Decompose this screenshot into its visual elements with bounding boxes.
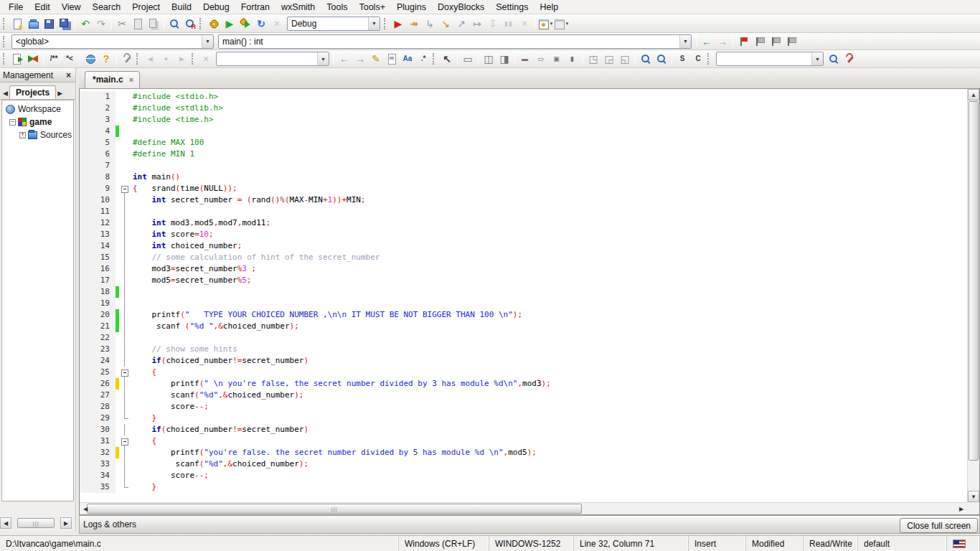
- wxsmith-border-left-button[interactable]: ▣: [549, 52, 565, 67]
- run-to-cursor-button[interactable]: ↠: [406, 16, 422, 31]
- menu-tools-[interactable]: Tools+: [353, 1, 390, 14]
- menu-search[interactable]: Search: [87, 1, 127, 14]
- wxsmith-resource-button[interactable]: ◨: [496, 52, 512, 67]
- dropdown-arrow-icon[interactable]: ▼: [679, 35, 691, 48]
- paste-button[interactable]: [146, 16, 161, 31]
- tree-item-sources[interactable]: + Sources: [2, 128, 73, 141]
- next-line-button[interactable]: ↳: [422, 16, 438, 31]
- scroll-left-icon[interactable]: ◀: [80, 503, 91, 514]
- rebuild-button[interactable]: ↻: [253, 16, 269, 31]
- tab-scroll-left-icon[interactable]: ◀: [1, 90, 9, 99]
- debugging-windows-button[interactable]: ▾: [537, 16, 553, 31]
- dropdown-arrow-icon[interactable]: ▾: [550, 21, 553, 27]
- tree-item-game[interactable]: − game: [2, 116, 73, 128]
- new-file-button[interactable]: [9, 16, 25, 31]
- thread-search-options-button[interactable]: [842, 52, 857, 67]
- menu-edit[interactable]: Edit: [29, 1, 56, 14]
- tab-scroll-right-icon[interactable]: ▶: [56, 90, 64, 99]
- replace-button[interactable]: [182, 16, 198, 31]
- various-info-button[interactable]: ▾: [553, 16, 569, 31]
- menu-view[interactable]: View: [56, 1, 87, 14]
- zoom-in-button[interactable]: [638, 52, 654, 67]
- close-tab-icon[interactable]: ×: [129, 75, 133, 84]
- next-instruction-button[interactable]: ↦: [469, 16, 485, 31]
- scroll-down-icon[interactable]: ▼: [968, 491, 979, 502]
- dropdown-arrow-icon[interactable]: ▾: [566, 21, 569, 27]
- menu-debug[interactable]: Debug: [197, 1, 235, 14]
- menu-file[interactable]: File: [3, 1, 29, 14]
- redo-button[interactable]: ↷: [93, 16, 109, 31]
- code-editor[interactable]: 1#include <stdio.h>2#include <stdlib.h>3…: [79, 89, 980, 515]
- find-button[interactable]: [166, 16, 182, 31]
- incsearch-next-button[interactable]: →: [352, 52, 368, 67]
- doxy-extract-button[interactable]: [9, 52, 25, 67]
- menu-doxyblocks[interactable]: DoxyBlocks: [432, 1, 490, 14]
- wxsmith-border-right-button[interactable]: ▮: [565, 52, 580, 67]
- doxy-line-comment-button[interactable]: *<: [62, 52, 77, 67]
- save-all-button[interactable]: [57, 16, 72, 31]
- scroll-up-icon[interactable]: ▲: [968, 89, 979, 100]
- copy-button[interactable]: [130, 16, 146, 31]
- scope-combo[interactable]: <global>▼: [11, 34, 214, 49]
- menu-plugins[interactable]: Plugins: [391, 1, 432, 14]
- browse-back-button[interactable]: ←: [699, 34, 715, 49]
- horizontal-scrollbar[interactable]: ◀ ||| ▶: [80, 502, 967, 514]
- wxsmith-border-bottom-button[interactable]: ▭: [533, 52, 549, 67]
- wxsmith-border-top-button[interactable]: ▬: [517, 52, 533, 67]
- wxsmith-pointer-button[interactable]: ↖: [439, 52, 455, 67]
- tab-projects[interactable]: Projects: [9, 85, 56, 99]
- menu-build[interactable]: Build: [166, 1, 197, 14]
- scrollbar-thumb[interactable]: [969, 101, 979, 461]
- doxy-run-chm-button[interactable]: ?: [98, 52, 114, 67]
- debug-continue-button[interactable]: ▶: [390, 16, 406, 31]
- build-target-combo[interactable]: Debug▼: [287, 17, 380, 31]
- wxsmith-expand-vertical-button[interactable]: ◲: [601, 52, 617, 67]
- wxsmith-palette-button[interactable]: ◫: [481, 52, 496, 67]
- doxy-preferences-button[interactable]: [119, 52, 135, 67]
- toggle-bookmark-button[interactable]: [735, 34, 751, 49]
- menu-settings[interactable]: Settings: [490, 1, 534, 14]
- collapse-icon[interactable]: −: [9, 119, 16, 126]
- doxy-run-html-button[interactable]: [83, 52, 98, 67]
- zoom-out-button[interactable]: [654, 52, 669, 67]
- scrollbar-thumb[interactable]: |||: [87, 504, 582, 514]
- doxy-block-comment-button[interactable]: /**: [46, 52, 62, 67]
- cut-button[interactable]: ✂: [114, 16, 130, 31]
- wxsmith-class-button[interactable]: C: [690, 52, 706, 67]
- incsearch-match-case-button[interactable]: Aa: [400, 52, 415, 67]
- panel-horizontal-scrollbar[interactable]: ◀ ||| ▶: [0, 517, 75, 529]
- wxsmith-expand-both-button[interactable]: ◱: [617, 52, 633, 67]
- fold-toggle-icon[interactable]: [119, 183, 130, 194]
- wxsmith-window-button[interactable]: ▭: [460, 52, 476, 67]
- undo-button[interactable]: ↶: [77, 16, 93, 31]
- doxy-wizard-button[interactable]: [25, 52, 41, 67]
- clear-bookmarks-button[interactable]: [783, 34, 798, 49]
- build-and-run-button[interactable]: [237, 16, 253, 31]
- menu-tools[interactable]: Tools: [321, 1, 353, 14]
- scroll-right-icon[interactable]: ▶: [60, 517, 72, 529]
- wxsmith-expand-horizontal-button[interactable]: ◳: [585, 52, 601, 67]
- wxsmith-source-button[interactable]: S: [674, 52, 690, 67]
- incsearch-selected-only-button[interactable]: [384, 52, 400, 67]
- incsearch-regex-button[interactable]: .*: [415, 52, 431, 67]
- step-out-button[interactable]: ↗: [453, 16, 469, 31]
- thread-search-run-button[interactable]: [826, 52, 842, 67]
- scroll-left-icon[interactable]: ◀: [0, 517, 11, 529]
- tree-item-workspace[interactable]: Workspace: [2, 103, 73, 116]
- next-bookmark-button[interactable]: [767, 34, 783, 49]
- function-combo[interactable]: main() : int▼: [218, 34, 692, 49]
- open-file-button[interactable]: [25, 16, 41, 31]
- dropdown-arrow-icon[interactable]: ▼: [811, 52, 823, 65]
- dropdown-arrow-icon[interactable]: ▼: [368, 17, 380, 30]
- close-full-screen-button[interactable]: Close full screen: [900, 518, 978, 533]
- save-button[interactable]: [41, 16, 57, 31]
- dropdown-arrow-icon[interactable]: ▼: [317, 52, 329, 65]
- logs-panel-caption[interactable]: Logs & others Close full screen: [79, 515, 980, 534]
- incsearch-highlight-button[interactable]: ✎: [368, 52, 384, 67]
- step-into-button[interactable]: ↘: [438, 16, 453, 31]
- menu-project[interactable]: Project: [126, 1, 166, 14]
- dropdown-arrow-icon[interactable]: ▼: [202, 35, 213, 48]
- close-panel-icon[interactable]: ×: [65, 70, 72, 80]
- scrollbar-thumb[interactable]: |||: [17, 518, 55, 528]
- prev-bookmark-button[interactable]: [751, 34, 767, 49]
